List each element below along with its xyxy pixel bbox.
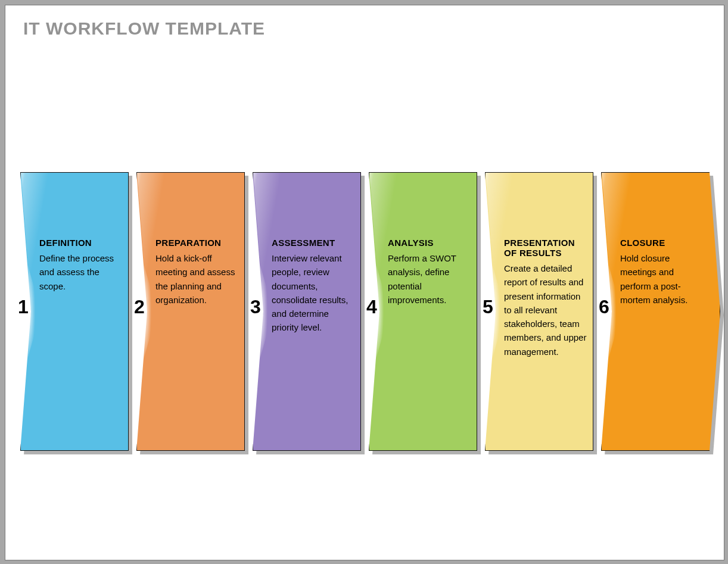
step-desc: Hold a kick-off meeting and assess the p…: [155, 251, 239, 307]
step-desc: Create a detailed report of results and …: [504, 261, 587, 359]
arrow-shape: [601, 172, 720, 451]
step-content: PREPARATION Hold a kick-off meeting and …: [155, 238, 239, 307]
step-heading: ANALYSIS: [388, 238, 471, 248]
step-content: PRESENTATION OF RESULTS Create a detaile…: [504, 238, 587, 359]
step-heading: ASSESSMENT: [272, 238, 355, 248]
step-heading: CLOSURE: [620, 238, 704, 248]
step-content: ASSESSMENT Interview relevant people, re…: [272, 238, 355, 335]
step-4: 4 ANALYSIS Perform a SWOT analysis, defi…: [369, 172, 477, 451]
step-5: 5 PRESENTATION OF RESULTS Create a detai…: [485, 172, 593, 451]
step-1: 1 DEFINITION Define the process and asse…: [20, 172, 129, 451]
step-heading: PREPARATION: [155, 238, 239, 248]
slide-canvas: IT WORKFLOW TEMPLATE 1 DEFINITION Define…: [5, 5, 724, 560]
step-number: 1: [18, 296, 29, 318]
step-heading: DEFINITION: [39, 238, 123, 248]
step-content: ANALYSIS Perform a SWOT analysis, define…: [388, 238, 471, 307]
arrow-shape: [369, 172, 477, 451]
step-desc: Interview relevant people, review docume…: [272, 251, 355, 335]
step-6: 6 CLOSURE Hold closure meetings and perf…: [601, 172, 710, 451]
page-title: IT WORKFLOW TEMPLATE: [23, 18, 265, 39]
step-number: 3: [250, 296, 261, 318]
step-number: 2: [134, 296, 145, 318]
step-number: 6: [599, 296, 609, 318]
step-number: 5: [483, 296, 493, 318]
step-content: CLOSURE Hold closure meetings and perfor…: [620, 238, 704, 307]
step-3: 3 ASSESSMENT Interview relevant people, …: [253, 172, 361, 451]
step-desc: Perform a SWOT analysis, define potentia…: [388, 251, 471, 307]
workflow-steps: 1 DEFINITION Define the process and asse…: [20, 172, 717, 464]
step-heading: PRESENTATION OF RESULTS: [504, 238, 587, 258]
step-number: 4: [366, 296, 377, 318]
step-2: 2 PREPARATION Hold a kick-off meeting an…: [136, 172, 245, 451]
arrow-shape: [136, 172, 245, 451]
arrow-shape: [20, 172, 129, 451]
step-desc: Define the process and assess the scope.: [39, 251, 123, 293]
step-content: DEFINITION Define the process and assess…: [39, 238, 123, 293]
step-desc: Hold closure meetings and perform a post…: [620, 251, 704, 307]
